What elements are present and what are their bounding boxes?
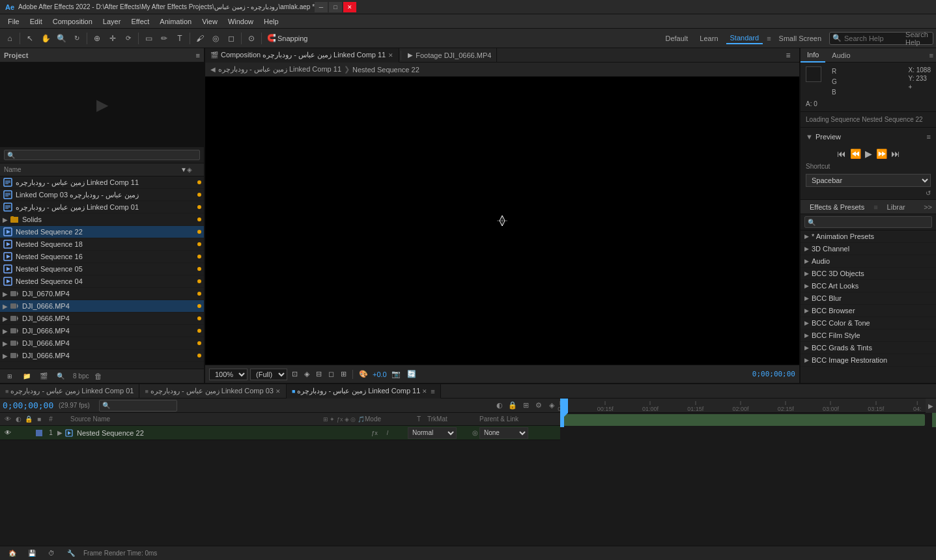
project-item[interactable]: Linked Comp 03 زمین عباس - رودبارچره	[0, 189, 204, 201]
workspace-small-screen[interactable]: Small Screen	[775, 33, 825, 44]
info-panel-menu[interactable]: ≡	[929, 51, 936, 59]
new-comp-button[interactable]: 🎬	[36, 369, 51, 384]
status-icon-2[interactable]: 💾	[25, 546, 39, 561]
zoom-tool[interactable]: 🔍	[54, 31, 68, 46]
brush-tool[interactable]: 🖌	[193, 31, 207, 46]
project-item[interactable]: زمین عباس - رودبارچره Linked Comp 11	[0, 176, 204, 189]
timeline-tab-comp03[interactable]: ■ زمین عباس - رودبارچره Linked Comp 03 ✕	[139, 384, 286, 399]
effect-category-bcc-browser[interactable]: ▶ BCC Browser	[801, 305, 936, 317]
skip-to-end-button[interactable]: ⏭	[891, 148, 900, 159]
plus-icon[interactable]: +	[909, 83, 913, 91]
anchor-tool[interactable]: ⊕	[90, 31, 104, 46]
project-search-bar[interactable]: 🔍	[4, 150, 200, 160]
eraser-tool[interactable]: ◻	[224, 31, 238, 46]
preview-menu-icon[interactable]: ≡	[927, 133, 931, 141]
solo-toggle-btn[interactable]: ◐	[494, 401, 505, 410]
pen-tool[interactable]: ✏	[157, 31, 171, 46]
loop-btn[interactable]: 🔄	[405, 369, 418, 379]
delete-item-button[interactable]: 🗑	[91, 369, 106, 384]
project-search-input[interactable]	[18, 151, 197, 159]
project-item[interactable]: ▶ DJI_0666.MP4	[0, 300, 204, 313]
timeline-tab-menu-icon[interactable]: ≡	[431, 387, 434, 395]
effects-presets-tab[interactable]: Effects & Presets	[804, 200, 870, 214]
zoom-select[interactable]: 100% 50% 200%	[209, 369, 248, 380]
effects-search-input[interactable]	[818, 218, 929, 226]
workspace-default[interactable]: Default	[662, 33, 692, 44]
library-tab[interactable]: Librar	[882, 200, 911, 214]
preview-section-header[interactable]: ▼ Preview ≡	[806, 130, 931, 143]
project-item[interactable]: ▶ DJI_0670.MP4	[0, 288, 204, 300]
close-tab-comp[interactable]: ✕	[388, 52, 393, 59]
step-forward-button[interactable]: ⏩	[876, 148, 887, 159]
timeline-timecode[interactable]: 0;00;00;00	[3, 400, 55, 410]
move-tool[interactable]: ✛	[106, 31, 120, 46]
quality-select[interactable]: (Full) (Half)	[250, 369, 287, 380]
col-icon-btn[interactable]: ◈	[187, 166, 200, 173]
viewer-menu-btn[interactable]: ≡	[781, 48, 795, 63]
close-button[interactable]: ✕	[343, 2, 356, 12]
shortcut-select[interactable]: Spacebar 0 (Numpad)	[806, 174, 931, 187]
layer-visibility-toggle[interactable]: 👁	[3, 429, 13, 436]
effects-search-bar[interactable]: 🔍	[804, 216, 932, 228]
status-icon-1[interactable]: 🏠	[5, 546, 20, 561]
menu-composition[interactable]: Composition	[48, 16, 98, 27]
layer-expand-arrow[interactable]: ▶	[57, 429, 63, 436]
select-tool[interactable]: ↖	[23, 31, 37, 46]
workspace-standard[interactable]: Standard	[726, 33, 763, 44]
menu-animation[interactable]: Animation	[154, 16, 197, 27]
workspace-learn[interactable]: Learn	[696, 33, 722, 44]
info-tab[interactable]: Info	[801, 48, 825, 63]
project-item[interactable]: ▶ DJI_0666.MP4	[0, 350, 204, 362]
timeline-tab-comp11[interactable]: ■ زمین عباس - رودبارچره Linked Comp 11 ✕…	[287, 384, 441, 399]
effect-category-bcc-image-restoration[interactable]: ▶ BCC Image Restoration	[801, 354, 936, 367]
audio-tab[interactable]: Audio	[825, 48, 857, 63]
color-correction-btn[interactable]: 🎨	[357, 369, 370, 379]
search-help-input[interactable]	[844, 35, 905, 42]
menu-help[interactable]: Help	[259, 16, 284, 27]
text-tool[interactable]: T	[173, 31, 187, 46]
project-item[interactable]: Nested Sequence 05	[0, 263, 204, 275]
workspace-menu-icon[interactable]: ≡	[767, 35, 771, 42]
project-item[interactable]: ▶ Solids	[0, 214, 204, 226]
effect-category-audio[interactable]: ▶ Audio	[801, 255, 936, 268]
project-item[interactable]: Nested Sequence 22	[0, 226, 204, 238]
close-tab-comp11[interactable]: ✕	[422, 388, 427, 395]
layer-mode-select[interactable]: Normal Add Multiply	[408, 427, 457, 439]
search-help-box[interactable]: 🔍 Search Help	[829, 32, 933, 45]
timeline-tab-comp01[interactable]: ■ زمین عباس - رودبارچره Linked Comp 01	[0, 384, 139, 399]
new-folder-button[interactable]: 📁	[20, 369, 34, 384]
skip-to-start-button[interactable]: ⏮	[837, 148, 846, 159]
layer-effects-btn[interactable]: ƒx	[369, 430, 380, 436]
menu-layer[interactable]: Layer	[98, 16, 126, 27]
expand-all-btn[interactable]: ⊞	[520, 401, 532, 410]
play-button[interactable]: ▶	[865, 148, 872, 159]
project-item[interactable]: Nested Sequence 16	[0, 251, 204, 263]
layer-label-color[interactable]	[36, 430, 42, 436]
toggle-channels-btn[interactable]: ◈	[302, 369, 311, 379]
menu-effect[interactable]: Effect	[126, 16, 154, 27]
minimize-button[interactable]: ─	[315, 2, 328, 12]
project-item[interactable]: Nested Sequence 18	[0, 238, 204, 251]
viewer-tab-comp[interactable]: 🎬 Composition زمین عباس - رودبارچره Link…	[205, 48, 399, 63]
camera-rotate-tool[interactable]: ↻	[70, 31, 84, 46]
effect-category-bcc-3d-objects[interactable]: ▶ BCC 3D Objects	[801, 268, 936, 280]
menu-view[interactable]: View	[197, 16, 223, 27]
stamp-tool[interactable]: ◎	[208, 31, 223, 46]
timeline-search-input[interactable]	[111, 402, 174, 410]
col-sort-icon[interactable]: ▼	[180, 166, 187, 173]
project-item[interactable]: ▶ DJI_0666.MP4	[0, 337, 204, 350]
project-item[interactable]: ▶ DJI_0666.MP4	[0, 325, 204, 337]
effects-panel-more[interactable]: >>	[924, 203, 932, 211]
puppet-tool[interactable]: ⊙	[244, 31, 259, 46]
reset-shortcut-button[interactable]: ↺	[926, 189, 931, 197]
menu-edit[interactable]: Edit	[25, 16, 48, 27]
menu-file[interactable]: File	[3, 16, 25, 27]
effect-category-bcc-color-tone[interactable]: ▶ BCC Color & Tone	[801, 317, 936, 329]
interpret-footage-button[interactable]: ⊞	[3, 369, 17, 384]
effect-category-bcc-art-looks[interactable]: ▶ BCC Art Looks	[801, 280, 936, 292]
layer-quality-btn[interactable]: /	[382, 430, 393, 436]
search-items-button[interactable]: 🔍	[53, 369, 68, 384]
effect-category-bcc-blur[interactable]: ▶ BCC Blur	[801, 292, 936, 305]
composition-markers-btn[interactable]: ◈	[546, 401, 558, 410]
snapping-toggle[interactable]: 🧲 Snapping	[264, 34, 311, 42]
